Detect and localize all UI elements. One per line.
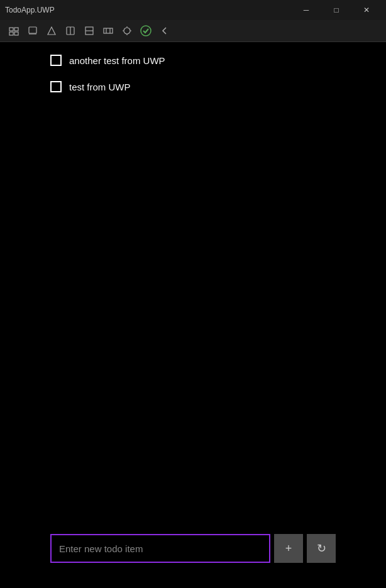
close-button[interactable]: ✕ <box>352 0 381 20</box>
todo-list: another test from UWP test from UWP <box>0 42 386 120</box>
svg-rect-1 <box>14 28 18 31</box>
title-bar-left: TodoApp.UWP <box>5 6 55 14</box>
svg-point-19 <box>141 26 151 36</box>
svg-rect-2 <box>9 32 13 35</box>
svg-rect-0 <box>9 28 13 31</box>
refresh-button[interactable]: ↻ <box>307 534 336 563</box>
title-bar-controls: ─ □ ✕ <box>292 0 381 20</box>
todo-item-2: test from UWP <box>50 81 336 92</box>
todo-item-1: another test from UWP <box>50 55 336 66</box>
maximize-button[interactable]: □ <box>322 0 351 20</box>
toolbar-icon-4[interactable] <box>62 23 79 39</box>
toolbar-icon-2[interactable] <box>24 23 41 39</box>
toolbar-icon-back[interactable] <box>156 23 174 39</box>
add-todo-button[interactable]: + <box>274 534 303 563</box>
title-bar: TodoApp.UWP ─ □ ✕ <box>0 0 386 20</box>
svg-marker-6 <box>48 27 55 35</box>
toolbar-icon-5[interactable] <box>80 23 98 39</box>
svg-rect-4 <box>29 27 36 33</box>
bottom-bar: + ↻ <box>0 524 386 588</box>
svg-point-14 <box>124 28 130 34</box>
toolbar-icon-3[interactable] <box>43 23 60 39</box>
toolbar <box>0 20 386 42</box>
todo-checkbox-1[interactable] <box>50 55 62 66</box>
todo-label-1[interactable]: another test from UWP <box>69 55 165 66</box>
toolbar-icon-7[interactable] <box>118 23 136 39</box>
toolbar-icon-6[interactable] <box>99 23 117 39</box>
minimize-button[interactable]: ─ <box>292 0 321 20</box>
svg-rect-3 <box>14 32 18 35</box>
todo-label-2[interactable]: test from UWP <box>69 82 131 92</box>
new-todo-input[interactable] <box>50 534 270 563</box>
todo-checkbox-2[interactable] <box>50 81 62 92</box>
toolbar-icon-check[interactable] <box>137 23 155 39</box>
app-title: TodoApp.UWP <box>5 6 55 14</box>
toolbar-icon-1[interactable] <box>5 23 23 39</box>
svg-rect-11 <box>104 28 113 33</box>
